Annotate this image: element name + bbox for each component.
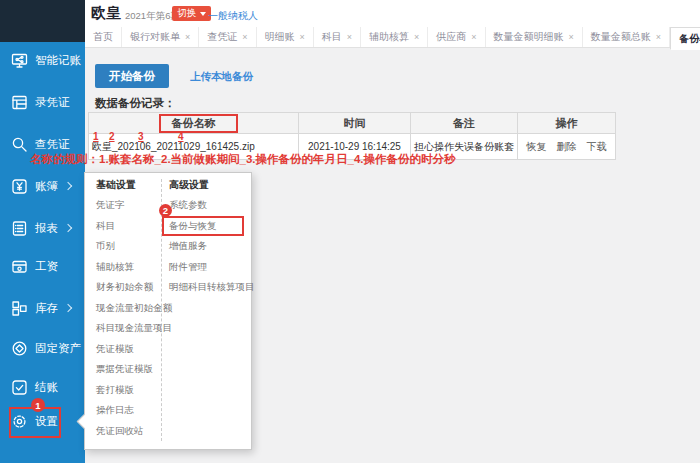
sidebar-item-label: 工资: [35, 259, 58, 274]
voucher-form-icon: [11, 94, 28, 111]
diamond-circle-icon: [11, 340, 28, 357]
backup-name-cell: 欧皇_202106_20211029_161425.zip: [89, 134, 299, 160]
switch-account-button[interactable]: 切换: [172, 6, 211, 21]
backup-time-cell: 2021-10-29 16:14:25: [299, 134, 411, 160]
menu-item-print-template[interactable]: 套打模版: [96, 380, 161, 401]
sidebar-item-smart-bookkeeping[interactable]: 智能记账: [0, 46, 85, 74]
sidebar-item-label: 录凭证: [35, 95, 70, 110]
report-list-icon: [11, 220, 28, 237]
menu-item-initial-balance[interactable]: 财务初始余额: [96, 277, 161, 298]
chevron-right-icon: [64, 224, 72, 232]
table-row: 欧皇_202106_20211029_161425.zip 2021-10-29…: [89, 134, 616, 160]
annotation-mark-4: 4: [178, 131, 184, 142]
company-name: 欧皇: [91, 4, 121, 23]
close-icon[interactable]: [656, 32, 661, 42]
sidebar-item-search-voucher[interactable]: 查凭证: [0, 130, 85, 158]
sidebar-item-label: 设置: [35, 414, 58, 429]
menu-item-operation-log[interactable]: 操作日志: [96, 400, 161, 421]
sidebar-item-label: 查凭证: [35, 137, 70, 152]
tab-supplier[interactable]: 供应商: [428, 27, 485, 47]
sidebar-item-record-voucher[interactable]: 录凭证: [0, 88, 85, 116]
close-icon[interactable]: [242, 32, 247, 42]
settings-dropdown-menu: 基础设置 凭证字 科目 币别 辅助核算 财务初始余额 现金流量初始金额 科目现金…: [84, 172, 252, 450]
menu-item-value-added[interactable]: 增值服务: [169, 236, 249, 257]
sidebar-item-label: 库存: [35, 301, 58, 316]
annotation-mark-2: 2: [109, 131, 115, 142]
ledger-yuan-icon: [11, 178, 28, 195]
download-link[interactable]: 下载: [587, 141, 607, 152]
close-icon[interactable]: [300, 32, 305, 42]
sidebar-item-salary[interactable]: 工资: [0, 252, 85, 280]
sidebar-item-label: 智能记账: [35, 53, 81, 68]
tab-bar: 首页 银行对账单 查凭证 明细账 科目 辅助核算 供应商 数量金额明细账 数量金…: [85, 27, 700, 48]
column-header-actions: 操作: [518, 113, 616, 134]
menu-item-attachments[interactable]: 附件管理: [169, 257, 249, 278]
backup-note-cell: 担心操作失误备份账套: [411, 134, 518, 160]
menu-item-cashflow-initial[interactable]: 现金流量初始金额: [96, 298, 161, 319]
sidebar-item-label: 账簿: [35, 179, 58, 194]
blocks-icon: [11, 300, 28, 317]
tab-qty-amount-detail[interactable]: 数量金额明细账: [486, 27, 583, 47]
annotation-mark-1: 1: [93, 131, 99, 142]
sidebar-item-ledger[interactable]: 账簿: [0, 172, 85, 200]
basic-settings-title: 基础设置: [96, 175, 161, 195]
sidebar-item-settings[interactable]: 设置: [0, 407, 85, 435]
sidebar-item-inventory[interactable]: 库存: [0, 294, 85, 322]
chevron-right-icon: [64, 304, 72, 312]
monitor-share-icon: [11, 52, 28, 69]
records-title: 数据备份记录：: [95, 96, 176, 111]
restore-link[interactable]: 恢复: [527, 141, 547, 152]
menu-item-voucher-recycle-bin[interactable]: 凭证回收站: [96, 421, 161, 442]
actions-cell: 恢复删除下载: [518, 134, 616, 160]
menu-item-backup-restore[interactable]: 备份与恢复: [169, 216, 249, 237]
sidebar-item-closing[interactable]: 结账: [0, 373, 85, 401]
gear-icon: [11, 413, 28, 430]
start-backup-button[interactable]: 开始备份: [95, 64, 169, 88]
sidebar-item-label: 报表: [35, 221, 58, 236]
sidebar-item-label: 结账: [35, 380, 58, 395]
column-header-note: 备注: [411, 113, 518, 134]
logo-area: [0, 0, 85, 42]
menu-item-system-params[interactable]: 系统参数: [169, 195, 249, 216]
tab-qty-amount-total[interactable]: 数量金额总账: [583, 27, 670, 47]
tab-subjects[interactable]: 科目: [314, 27, 361, 47]
checkbox-icon: [11, 379, 28, 396]
close-icon[interactable]: [185, 32, 190, 42]
tab-detail-ledger[interactable]: 明细账: [257, 27, 314, 47]
basic-settings-column: 基础设置 凭证字 科目 币别 辅助核算 财务初始余额 现金流量初始金额 科目现金…: [85, 175, 161, 441]
upload-local-backup-link[interactable]: 上传本地备份: [190, 70, 253, 84]
menu-item-detail-subject-transfer[interactable]: 明细科目转核算项目: [169, 277, 249, 298]
close-icon[interactable]: [414, 32, 419, 42]
advanced-settings-title: 高级设置: [169, 175, 249, 195]
close-icon[interactable]: [471, 32, 476, 42]
table-header-row: 备份名称 时间 备注 操作: [89, 113, 616, 134]
close-icon[interactable]: [569, 32, 574, 42]
caret-down-icon: [200, 12, 206, 16]
close-icon[interactable]: [347, 32, 352, 42]
menu-item-subjects[interactable]: 科目: [96, 216, 161, 237]
chevron-right-icon: [64, 182, 72, 190]
top-header: 欧皇 2021年第6期 切换 一般纳税人: [85, 0, 700, 27]
delete-link[interactable]: 删除: [557, 141, 577, 152]
menu-item-voucher-word[interactable]: 凭证字: [96, 195, 161, 216]
menu-item-bill-voucher-template[interactable]: 票据凭证模版: [96, 359, 161, 380]
menu-item-subject-cashflow[interactable]: 科目现金流量项目: [96, 318, 161, 339]
menu-item-auxiliary[interactable]: 辅助核算: [96, 257, 161, 278]
wallet-icon: [11, 258, 28, 275]
sidebar-item-label: 固定资产: [35, 341, 81, 356]
taxpayer-type-link[interactable]: 一般纳税人: [208, 9, 258, 23]
menu-item-voucher-template[interactable]: 凭证模版: [96, 339, 161, 360]
sidebar-item-reports[interactable]: 报表: [0, 214, 85, 242]
tab-auxiliary[interactable]: 辅助核算: [361, 27, 428, 47]
tab-bank-statement[interactable]: 银行对账单: [122, 27, 199, 47]
advanced-settings-column: 高级设置 系统参数 备份与恢复 增值服务 附件管理 明细科目转核算项目: [169, 175, 249, 298]
column-header-time: 时间: [299, 113, 411, 134]
tab-backup-restore[interactable]: 备份与恢复: [670, 27, 700, 50]
tab-search-voucher[interactable]: 查凭证: [199, 27, 256, 47]
app-window: 智能记账 录凭证 查凭证 账簿 报表: [0, 0, 700, 463]
menu-item-currency[interactable]: 币别: [96, 236, 161, 257]
backup-records-table: 备份名称 时间 备注 操作 欧皇_202106_20211029_161425.…: [88, 112, 616, 160]
sidebar-item-fixed-assets[interactable]: 固定资产: [0, 334, 85, 362]
tab-home[interactable]: 首页: [85, 27, 122, 47]
annotation-mark-3: 3: [138, 131, 144, 142]
